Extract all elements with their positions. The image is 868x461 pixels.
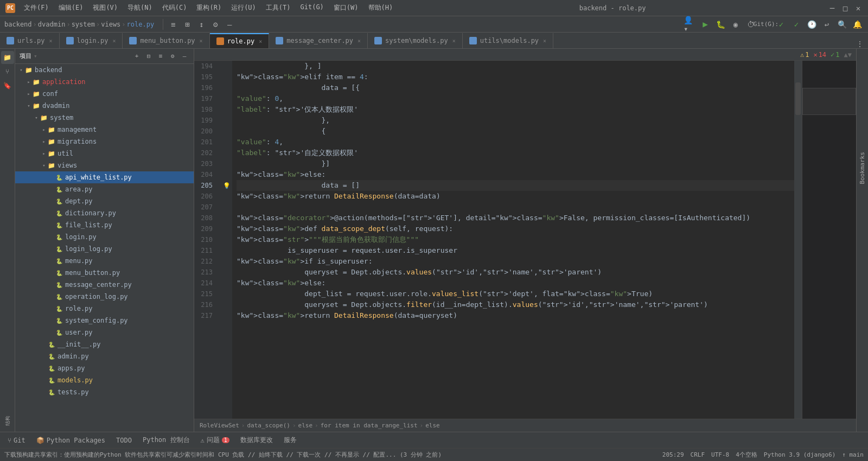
menu-bar[interactable]: 文件(F)编辑(E)视图(V)导航(N)代码(C)重构(R)运行(U)工具(T)…: [20, 2, 397, 14]
code-line[interactable]: }]: [237, 158, 794, 169]
code-line[interactable]: is_superuser = request.user.is_superuser: [237, 245, 794, 256]
tree-item-views[interactable]: ▾📁views: [15, 159, 194, 171]
breadcrumb-item[interactable]: system: [72, 21, 95, 28]
menu-item[interactable]: 重构(R): [192, 2, 226, 14]
breadcrumb-item[interactable]: role.py: [127, 21, 155, 28]
project-tab-btn[interactable]: 📁: [1, 51, 14, 64]
tab-close-btn[interactable]: ×: [112, 38, 116, 44]
collapse-all-btn[interactable]: ⊟: [144, 52, 154, 61]
code-line[interactable]: }, ]: [237, 61, 794, 72]
bookmarks-tab-btn[interactable]: 🔖: [1, 79, 14, 92]
code-line[interactable]: "kw">class="decorator">@action(methods=[…: [237, 213, 794, 223]
tree-item-file_list[interactable]: 🐍file_list.py: [15, 219, 194, 231]
minimize-btn[interactable]: ─: [828, 4, 837, 12]
editor-tab-utils_models[interactable]: utils\models.py×: [463, 33, 553, 48]
tree-item-apps[interactable]: 🐍apps.py: [15, 362, 194, 374]
collapse-btn[interactable]: —: [223, 18, 236, 31]
tree-item-tests[interactable]: 🐍tests.py: [15, 386, 194, 398]
window-controls[interactable]: ─ □ ✕: [828, 4, 863, 12]
tree-item-dept[interactable]: 🐍dept.py: [15, 195, 194, 207]
tree-item-util[interactable]: ▸📁util: [15, 148, 194, 159]
breadcrumb-item[interactable]: backend: [4, 21, 32, 28]
tab-close-btn[interactable]: ×: [200, 38, 203, 44]
tree-item-api_white_list[interactable]: 🐍api_white_list.py: [15, 171, 194, 183]
code-line[interactable]: "kw">class="kw">return DetailResponse(da…: [237, 191, 794, 202]
warning-badge[interactable]: ⚠ 1: [800, 51, 809, 59]
tree-item-menu[interactable]: 🐍menu.py: [15, 255, 194, 267]
error-badge[interactable]: ✕ 14: [813, 51, 826, 59]
structure-tab-btn[interactable]: 结构: [1, 414, 14, 427]
code-line[interactable]: {: [237, 126, 794, 137]
vcs-update-btn[interactable]: Git(G):: [760, 18, 773, 31]
editor-content[interactable]: 1941951961971981992002012022032042052062…: [194, 61, 856, 419]
search-everywhere-btn[interactable]: 🔍: [835, 18, 848, 31]
bookmarks-sidebar-btn[interactable]: Bookmarks: [858, 149, 867, 188]
menu-item[interactable]: 视图(V): [88, 2, 122, 14]
code-line[interactable]: },: [237, 115, 794, 126]
settings-btn[interactable]: ⚙: [209, 18, 222, 31]
run-btn[interactable]: ▶: [699, 18, 712, 31]
tree-item-backend[interactable]: ▾📁backend: [15, 64, 194, 76]
tree-item-dvadmin[interactable]: ▾📁dvadmin: [15, 100, 194, 112]
code-line[interactable]: data = [{: [237, 82, 794, 93]
breadcrumb-item[interactable]: dvadmin: [38, 21, 66, 28]
rollback-btn[interactable]: ↩: [820, 18, 833, 31]
maximize-btn[interactable]: □: [841, 4, 850, 12]
menu-item[interactable]: Git(G): [296, 2, 328, 14]
editor-tab-urls[interactable]: urls.py×: [0, 33, 60, 48]
code-line[interactable]: "kw">class="kw">if is_superuser:: [237, 256, 794, 267]
project-btn[interactable]: ≡: [167, 18, 180, 31]
vcs-tab-btn[interactable]: ⑂: [1, 65, 14, 78]
bottom-tab-todo[interactable]: TODO: [113, 436, 135, 445]
code-line[interactable]: "label": "str">'自定义数据权限': [237, 148, 794, 158]
tab-close-btn[interactable]: ×: [358, 38, 361, 44]
code-line[interactable]: "kw">class="kw">else:: [237, 169, 794, 180]
tree-item-application[interactable]: ▸📁application: [15, 76, 194, 88]
code-line[interactable]: "value": 4,: [237, 137, 794, 148]
breadcrumb-item[interactable]: views: [101, 21, 120, 28]
editor-scrollbar[interactable]: [794, 61, 802, 419]
tree-item-migrations[interactable]: ▸📁migrations: [15, 136, 194, 148]
code-line[interactable]: "label": "str">'仅本人数据权限': [237, 104, 794, 115]
vcs-check-btn[interactable]: ✓: [775, 18, 788, 31]
tree-item-admin[interactable]: 🐍admin.py: [15, 350, 194, 362]
tree-item-management[interactable]: ▸📁management: [15, 124, 194, 136]
ok-badge[interactable]: ✓ 1: [831, 51, 839, 59]
menu-item[interactable]: 工具(T): [261, 2, 295, 14]
tree-item-dictionary[interactable]: 🐍dictionary.py: [15, 207, 194, 219]
tree-item-system_config[interactable]: 🐍system_config.py: [15, 315, 194, 326]
build-btn[interactable]: ⊞: [181, 18, 194, 31]
bottom-tab-python-packages[interactable]: 📦Python Packages: [33, 436, 108, 445]
tree-item-role_f[interactable]: 🐍role.py: [15, 303, 194, 315]
history-btn[interactable]: 🕐: [805, 18, 818, 31]
tab-close-btn[interactable]: ×: [259, 39, 262, 44]
tree-item-menu_button_f[interactable]: 🐍menu_button.py: [15, 267, 194, 279]
tree-item-login_f[interactable]: 🐍login.py: [15, 231, 194, 243]
menu-item[interactable]: 文件(F): [20, 2, 53, 14]
code-line[interactable]: "kw">class="kw">def data_scope_dept(self…: [237, 223, 794, 234]
tabs-more-btn[interactable]: ⋮: [852, 40, 868, 48]
bottom-tab-db-update[interactable]: 数据库更改: [237, 434, 276, 446]
tree-item-message_center_f[interactable]: 🐍message_center.py: [15, 279, 194, 291]
editor-tab-message_center[interactable]: message_center.py×: [269, 33, 368, 48]
menu-item[interactable]: 导航(N): [123, 2, 157, 14]
code-line[interactable]: "kw">class="kw">else:: [237, 278, 794, 289]
tree-item-login_log[interactable]: 🐍login_log.py: [15, 243, 194, 255]
code-line[interactable]: data = []: [237, 180, 794, 191]
show-options-btn[interactable]: ≡: [156, 52, 165, 61]
code-line[interactable]: "kw">class="kw">return DetailResponse(da…: [237, 310, 794, 321]
code-line[interactable]: queryset = Dept.objects.filter(id__in=de…: [237, 299, 794, 310]
editor-tab-system_models[interactable]: system\models.py×: [368, 33, 463, 48]
hide-sidebar-btn[interactable]: —: [180, 52, 189, 61]
menu-item[interactable]: 帮助(H): [364, 2, 398, 14]
tree-item-conf[interactable]: ▸📁conf: [15, 88, 194, 100]
close-btn[interactable]: ✕: [854, 4, 863, 12]
editor-tab-role[interactable]: role.py×: [210, 33, 270, 48]
menu-item[interactable]: 编辑(E): [54, 2, 88, 14]
code-editor[interactable]: }, ] "kw">class="kw">elif item == 4: dat…: [232, 61, 794, 419]
tree-item-operation_log[interactable]: 🐍operation_log.py: [15, 291, 194, 303]
user-btn[interactable]: 👤▾: [684, 18, 697, 31]
coverage-btn[interactable]: ◉: [729, 18, 742, 31]
bottom-tab-issues[interactable]: ⚠问题1: [197, 434, 233, 446]
tree-item-user_f[interactable]: 🐍user.py: [15, 326, 194, 338]
